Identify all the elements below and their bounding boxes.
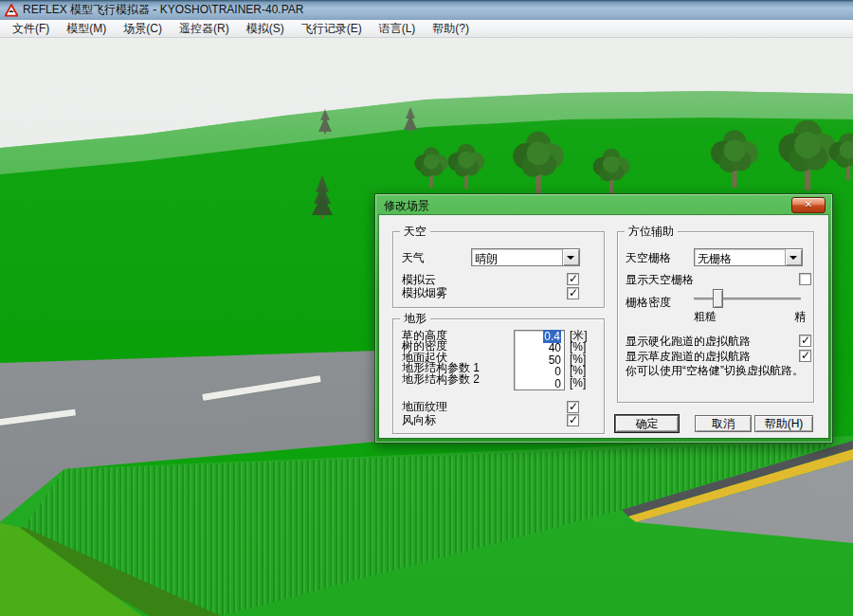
- show-hard-runway-route-checkbox[interactable]: ✓: [799, 335, 811, 347]
- show-grass-runway-route-label: 显示草皮跑道的虚拟航路: [626, 349, 751, 365]
- weather-combobox[interactable]: 晴朗: [471, 248, 580, 266]
- grid-density-slider-thumb[interactable]: [713, 289, 723, 308]
- group-terrain-label: 地形: [400, 312, 430, 325]
- menu-language[interactable]: 语言(L): [371, 20, 425, 37]
- show-sky-grid-checkbox[interactable]: [799, 273, 811, 285]
- grid-density-label: 栅格密度: [626, 295, 671, 311]
- unit-percent: [%]: [570, 365, 588, 376]
- close-icon[interactable]: ✕: [791, 197, 826, 213]
- chevron-down-icon[interactable]: [785, 249, 802, 265]
- weather-value: 晴朗: [475, 251, 498, 267]
- menu-help[interactable]: 帮助(?): [424, 20, 478, 37]
- window-title: REFLEX 模型飞行模拟器 - KYOSHO\TRAINER-40.PAR: [23, 2, 304, 18]
- spacebar-hint-text: 你可以使用“空格健”切换虚拟航路。: [626, 364, 809, 378]
- show-sky-grid-label: 显示天空栅格: [626, 272, 694, 288]
- simulate-smoke-label: 模拟烟雾: [402, 285, 447, 301]
- unit-percent: [%]: [570, 377, 588, 389]
- slider-coarse-label: 粗糙: [694, 309, 717, 325]
- menu-controller[interactable]: 遥控器(R): [171, 20, 238, 37]
- wind-vane-label: 风向标: [402, 412, 436, 428]
- app-icon: [5, 4, 18, 17]
- unit-percent: [%]: [570, 341, 588, 353]
- group-orientation-aid: 方位辅助 天空栅格 无栅格 显示天空栅格 栅格密度 粗糙 精 显示硬化跑道的虚拟…: [617, 231, 814, 403]
- group-orientation-label: 方位辅助: [625, 225, 678, 238]
- slider-fine-label: 精: [794, 309, 806, 325]
- reflex-simulator-window: { "window": { "title": "REFLEX 模型飞行模拟器 -…: [0, 0, 853, 616]
- ok-button[interactable]: 确定: [615, 415, 679, 432]
- show-grass-runway-route-checkbox[interactable]: ✓: [799, 350, 811, 362]
- dialog-title[interactable]: 修改场景: [384, 198, 429, 214]
- tree-density-value[interactable]: 40: [515, 342, 564, 353]
- weather-label: 天气: [402, 250, 425, 266]
- ground-texture-checkbox[interactable]: ✓: [567, 401, 579, 413]
- menu-scene[interactable]: 场景(C): [115, 20, 171, 37]
- cancel-button[interactable]: 取消: [695, 415, 752, 432]
- menu-flight-record[interactable]: 飞行记录(E): [293, 20, 371, 37]
- wind-vane-checkbox[interactable]: ✓: [567, 414, 579, 426]
- menu-simulation[interactable]: 模拟(S): [238, 20, 293, 37]
- modify-scene-dialog: 修改场景 ✕ 天空 天气 晴朗 模拟云 ✓ 模拟烟雾 ✓ 地形 草的高度 树的密…: [374, 193, 833, 444]
- group-sky: 天空 天气 晴朗 模拟云 ✓ 模拟烟雾 ✓: [392, 231, 605, 308]
- terrain-param2-label: 地形结构参数 2: [402, 374, 480, 385]
- terrain-param2-value[interactable]: 0: [515, 378, 564, 390]
- dialog-client-area: 天空 天气 晴朗 模拟云 ✓ 模拟烟雾 ✓ 地形 草的高度 树的密度 地面起伏 …: [379, 215, 828, 438]
- group-sky-label: 天空: [400, 225, 430, 238]
- menu-file[interactable]: 文件(F): [4, 20, 58, 37]
- simulate-smoke-checkbox[interactable]: ✓: [567, 287, 579, 299]
- sky-grid-value: 无栅格: [698, 251, 732, 267]
- sky-grid-label: 天空栅格: [626, 250, 671, 266]
- terrain-values-editbox[interactable]: 0.4 40 50 0 0: [514, 330, 565, 390]
- show-hard-runway-route-label: 显示硬化跑道的虚拟航路: [626, 334, 751, 350]
- help-button[interactable]: 帮助(H): [754, 415, 813, 432]
- chevron-down-icon[interactable]: [562, 249, 579, 265]
- simulate-clouds-checkbox[interactable]: ✓: [567, 273, 579, 285]
- menu-bar: 文件(F) 模型(M) 场景(C) 遥控器(R) 模拟(S) 飞行记录(E) 语…: [0, 20, 853, 38]
- menu-model[interactable]: 模型(M): [58, 20, 115, 37]
- sky-grid-combobox[interactable]: 无栅格: [694, 248, 803, 266]
- terrain-units: [米] [%] [%] [%] [%]: [570, 330, 588, 389]
- grid-density-slider[interactable]: [694, 298, 801, 301]
- group-terrain: 地形 草的高度 树的密度 地面起伏 地形结构参数 1 地形结构参数 2 0.4 …: [392, 318, 605, 434]
- terrain-param1-value[interactable]: 0: [515, 366, 564, 377]
- terrain-row-labels: 草的高度 树的密度 地面起伏 地形结构参数 1 地形结构参数 2: [402, 331, 480, 385]
- window-titlebar[interactable]: REFLEX 模型飞行模拟器 - KYOSHO\TRAINER-40.PAR: [0, 0, 853, 20]
